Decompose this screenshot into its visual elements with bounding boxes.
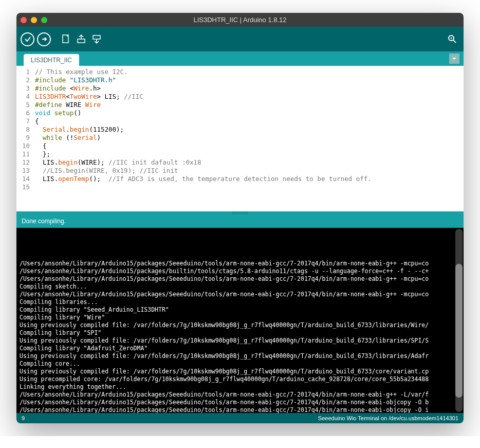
console-scrollbar-thumb[interactable] — [455, 264, 463, 398]
svg-rect-1 — [78, 39, 85, 43]
svg-rect-2 — [93, 35, 100, 39]
build-output-console[interactable]: /Users/ansonhe/Library/Arduino15/package… — [16, 228, 464, 413]
footer-board-port: Seeeduino Wio Terminal on /dev/cu.usbmod… — [318, 415, 458, 421]
upload-button[interactable] — [37, 32, 51, 46]
tab-menu-button[interactable] — [449, 53, 459, 64]
status-bar: Done compiling. — [16, 214, 464, 228]
save-sketch-button[interactable] — [89, 32, 104, 46]
tabbar: LIS3DHTR_IIC — [16, 51, 464, 66]
code-body[interactable]: // This example use I2C.#include "LIS3DH… — [33, 66, 372, 211]
zoom-window-button[interactable] — [41, 17, 47, 23]
open-sketch-button[interactable] — [74, 32, 88, 46]
toolbar — [16, 27, 464, 51]
svg-point-4 — [451, 38, 452, 39]
serial-monitor-button[interactable] — [445, 32, 459, 46]
status-message: Done compiling. — [22, 218, 66, 225]
window-title: LIS3DHTR_IIC | Arduino 1.8.12 — [16, 16, 464, 24]
traffic-lights — [16, 17, 47, 23]
close-window-button[interactable] — [21, 17, 27, 23]
footer-line-number: 9 — [22, 415, 25, 421]
tab-sketch[interactable]: LIS3DHTR_IIC — [24, 54, 79, 66]
footer-bar: 9 Seeeduino Wio Terminal on /dev/cu.usbm… — [16, 413, 464, 423]
minimize-window-button[interactable] — [31, 17, 37, 23]
arduino-ide-window: LIS3DHTR_IIC | Arduino 1.8.12 LIS3DHTR_I… — [16, 13, 464, 423]
pane-resize-handle[interactable] — [16, 211, 464, 214]
code-editor[interactable]: 123456789101112131415 // This example us… — [16, 66, 464, 211]
new-sketch-button[interactable] — [59, 32, 73, 46]
titlebar: LIS3DHTR_IIC | Arduino 1.8.12 — [16, 13, 464, 27]
line-gutter: 123456789101112131415 — [16, 66, 33, 211]
verify-button[interactable] — [21, 32, 34, 46]
